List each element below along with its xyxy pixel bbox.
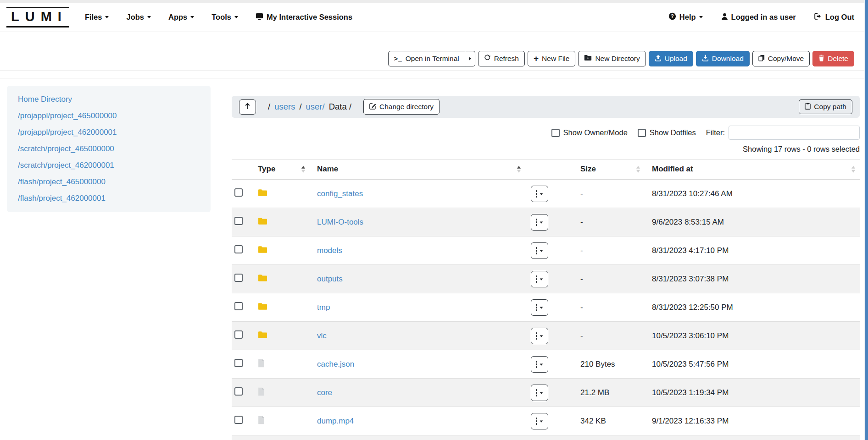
row-actions-dropdown-button[interactable] [531,299,548,316]
row-actions-dropdown-button[interactable] [531,328,548,344]
file-name-link[interactable]: outputs [317,275,343,283]
file-modified-at: 10/5/2023 1:19:34 PM [645,379,860,407]
folder-icon [258,302,267,313]
download-button[interactable]: Download [696,51,750,66]
nav-my-interactive-sessions[interactable]: My Interactive Sessions [256,13,352,22]
folder-icon [258,331,267,341]
row-checkbox[interactable] [234,245,243,253]
file-name-link[interactable]: dump.mp4 [317,417,354,425]
sidebar-directory-link[interactable]: /scratch/project_465000000 [7,141,211,157]
file-toolbar: >_ Open in Terminal Refresh + New File N… [0,32,868,71]
show-owner-mode-checkbox[interactable] [551,129,560,137]
copy-path-button[interactable]: Copy path [799,99,852,114]
kebab-icon [536,247,538,254]
open-in-terminal-caret-button[interactable] [465,51,475,66]
header-size[interactable]: Size [571,160,645,180]
go-up-directory-button[interactable] [239,99,256,115]
sidebar-directory-link[interactable]: /flash/project_462000001 [7,190,211,207]
file-name-link[interactable]: cache.json [317,360,354,368]
nav-help[interactable]: ? Help [668,12,703,22]
change-directory-button[interactable]: Change directory [363,99,440,115]
breadcrumb-link-user[interactable]: user/ [306,102,325,112]
sort-icon [517,166,521,173]
folder-plus-icon [584,55,592,63]
row-checkbox[interactable] [234,274,243,282]
row-checkbox[interactable] [234,387,243,396]
chevron-down-icon [540,363,543,365]
row-actions-dropdown-button[interactable] [531,413,548,429]
file-size: 10.7 KB [571,435,645,440]
file-modified-at: 8/31/2023 3:07:38 PM [645,265,860,293]
breadcrumb-current-directory: Data / [329,102,351,112]
upload-button[interactable]: Upload [649,51,693,66]
show-dotfiles-toggle[interactable]: Show Dotfiles [638,128,696,137]
show-dotfiles-checkbox[interactable] [638,129,646,137]
table-row: core 21.2 MB 10/5/2023 1:19:34 PM [232,379,860,407]
kebab-icon [536,361,538,368]
top-navbar: LUMI Files Jobs Apps Tools My Interactiv… [0,3,868,32]
nav-log-out[interactable]: Log Out [814,13,854,22]
show-owner-mode-toggle[interactable]: Show Owner/Mode [551,128,628,137]
header-actions [525,160,571,180]
file-name-link[interactable]: core [317,388,332,397]
nav-tools[interactable]: Tools [211,13,238,22]
nav-logged-in-user[interactable]: Logged in as user [721,13,796,22]
row-checkbox[interactable] [234,359,243,367]
row-actions-dropdown-button[interactable] [531,385,548,401]
table-row: lumio-conf 10.7 KB 9/1/2023 4:33:26 PM [232,435,860,440]
kebab-icon [536,304,538,311]
open-in-terminal-button[interactable]: >_ Open in Terminal [388,51,465,66]
file-name-link[interactable]: models [317,246,342,255]
file-name-link[interactable]: config_states [317,189,363,198]
file-modified-at: 8/31/2023 12:25:50 PM [645,293,860,322]
row-actions-dropdown-button[interactable] [531,214,548,231]
sidebar-directory-link[interactable]: /scratch/project_462000001 [7,157,211,174]
kebab-icon [536,332,538,340]
rows-info: Showing 17 rows - 0 rows selected [232,143,860,154]
row-actions-dropdown-button[interactable] [531,356,548,373]
row-actions-dropdown-button[interactable] [531,271,548,287]
row-checkbox[interactable] [234,330,243,339]
sidebar-directory-link[interactable]: /projappl/project_465000000 [7,108,211,124]
logout-icon [814,13,822,22]
help-icon: ? [668,12,676,22]
header-name[interactable]: Name [310,160,525,180]
sidebar-directory-link[interactable]: /flash/project_465000000 [7,174,211,190]
file-modified-at: 10/5/2023 5:47:56 PM [645,350,860,379]
file-name-link[interactable]: tmp [317,303,330,312]
row-checkbox[interactable] [234,302,243,310]
folder-icon [258,217,267,227]
breadcrumb-separator: / [299,102,301,112]
header-type[interactable]: Type [250,160,310,180]
row-checkbox[interactable] [234,217,243,225]
scrollbar[interactable] [864,0,868,440]
trash-icon [818,55,824,63]
breadcrumb-link-users[interactable]: users [274,102,295,112]
filter-input[interactable] [729,126,860,140]
nav-jobs[interactable]: Jobs [126,13,151,22]
new-file-button[interactable]: + New File [528,51,575,66]
new-directory-button[interactable]: New Directory [578,51,645,66]
file-name-link[interactable]: LUMI-O-tools [317,218,363,226]
refresh-button[interactable]: Refresh [478,51,525,66]
nav-apps[interactable]: Apps [168,13,194,22]
lumi-logo[interactable]: LUMI [6,7,69,28]
sidebar-directory-link[interactable]: Home Directory [7,91,211,108]
copy-move-button[interactable]: Copy/Move [752,51,810,66]
chevron-down-icon [540,250,543,252]
header-modified-at[interactable]: Modified at [645,160,860,180]
row-checkbox[interactable] [234,188,243,197]
row-checkbox[interactable] [234,416,243,424]
chevron-down-icon [540,221,543,223]
user-icon [721,13,728,22]
nav-files[interactable]: Files [85,13,109,22]
row-actions-dropdown-button[interactable] [531,186,548,202]
folder-icon [258,274,267,284]
sidebar-directory-link[interactable]: /projappl/project_462000001 [7,124,211,141]
delete-button[interactable]: Delete [812,51,854,66]
copy-icon [758,55,765,63]
file-name-link[interactable]: vlc [317,331,327,340]
table-row: tmp - 8/31/2023 12:25:50 PM [232,293,860,322]
row-actions-dropdown-button[interactable] [531,242,548,259]
table-row: models - 8/31/2023 4:17:10 PM [232,236,860,265]
